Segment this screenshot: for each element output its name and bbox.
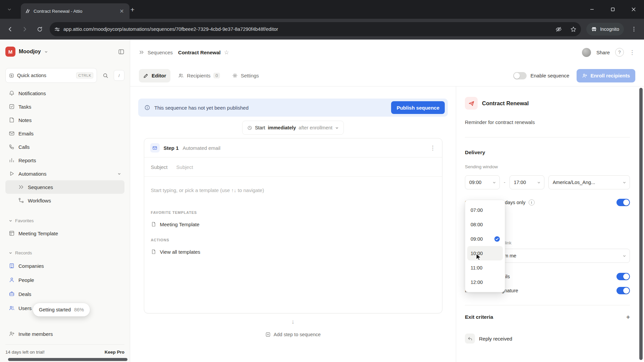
from-time-select[interactable]: 09:00 (465, 175, 500, 189)
minimize-button[interactable] (582, 0, 602, 19)
view-all-templates[interactable]: View all templates (151, 246, 435, 257)
time-option-hovered[interactable]: 10:00 (467, 246, 503, 260)
reload-button[interactable] (33, 22, 46, 36)
to-time-select[interactable]: 17:00 (509, 175, 544, 189)
sidebar-item-workflows[interactable]: Workflows (5, 194, 124, 207)
sidebar-item-label: Meeting Template (18, 231, 121, 236)
site-info-icon[interactable] (54, 26, 60, 32)
horizontal-scrollbar[interactable] (8, 358, 127, 361)
add-step-button[interactable]: Add step to sequence (261, 328, 325, 341)
tabs-bar: Editor Recipients 0 Settings Enable sequ… (130, 65, 644, 86)
sidebar-item-meeting-template[interactable]: Meeting Template (5, 227, 124, 240)
forward-button[interactable] (18, 22, 32, 36)
quick-actions-button[interactable]: Quick actions CTRLK (5, 68, 97, 83)
enable-sequence-toggle[interactable] (513, 72, 527, 79)
sidebar-item-calls[interactable]: Calls (5, 140, 124, 154)
start-tail: after enrollment (299, 125, 332, 130)
share-button[interactable]: Share (596, 50, 610, 55)
tab-search-button[interactable] (4, 4, 15, 15)
more-menu-icon[interactable]: ⋮ (629, 49, 635, 56)
time-option-selected[interactable]: 09:00 (467, 232, 503, 246)
workflow-icon (18, 197, 24, 203)
trial-text: 14 days left on trial! (5, 350, 45, 355)
time-option[interactable]: 11:00 (467, 260, 503, 275)
mail-icon (9, 130, 15, 136)
step-menu-icon[interactable]: ⋮ (430, 144, 436, 152)
sidebar-item-label: Notes (18, 117, 121, 123)
enroll-recipients-button[interactable]: Enroll recipients (577, 69, 635, 82)
help-button[interactable]: ? (615, 48, 624, 57)
time-option[interactable]: 12:00 (467, 275, 503, 289)
favorite-star-icon[interactable]: ☆ (224, 49, 229, 56)
chevron-down-icon (9, 219, 12, 223)
template-item-meeting[interactable]: Meeting Template (151, 219, 435, 230)
email-body-editor[interactable]: Start typing, or pick a template (use ↑↓… (144, 187, 442, 257)
business-days-toggle[interactable] (616, 199, 630, 206)
flow-arrow-icon: ↓ (130, 318, 456, 325)
time-option[interactable]: 07:00 (467, 203, 503, 217)
sidebar-item-label: Sequences (28, 184, 121, 190)
users-icon (9, 305, 15, 311)
timezone-select[interactable]: America/Los_Ang... (548, 175, 630, 189)
info-icon (144, 105, 150, 111)
new-tab-button[interactable]: + (127, 5, 138, 15)
exit-criteria-item[interactable]: Reply received (465, 334, 630, 344)
sidebar-item-reports[interactable]: Reports (5, 154, 124, 167)
browser-tab[interactable]: Contract Renewal - Attio ✕ (21, 3, 129, 19)
tab-close-button[interactable]: ✕ (118, 7, 125, 15)
vertical-scrollbar[interactable] (639, 88, 643, 360)
chart-icon (9, 157, 15, 163)
sequence-title-row: Contract Renewal (465, 97, 630, 110)
breadcrumb[interactable]: Sequences (139, 50, 173, 55)
keep-pro-button[interactable]: Keep Pro (105, 350, 124, 355)
workspace-switcher[interactable]: M Moodjoy (5, 45, 124, 58)
editor-canvas: This sequence has not yet been published… (130, 86, 456, 362)
close-window-button[interactable] (623, 0, 644, 19)
sender-signature-toggle[interactable] (616, 287, 630, 294)
back-button[interactable] (3, 22, 17, 36)
sidebar-section-records[interactable]: Records (5, 247, 124, 259)
eye-off-icon[interactable] (553, 23, 564, 35)
sidebar-item-people[interactable]: People (5, 273, 124, 287)
file-icon (151, 222, 156, 227)
track-emails-toggle[interactable] (616, 273, 630, 280)
bookmark-star-icon[interactable] (568, 23, 579, 35)
start-trigger-pill[interactable]: Start immediately after enrollment (242, 121, 344, 135)
tab-recipients[interactable]: Recipients 0 (174, 69, 224, 82)
url-bar[interactable]: app.attio.com/moodjoycorp/automations/se… (50, 22, 581, 36)
subject-input[interactable]: Subject (176, 164, 193, 170)
start-label: Start (255, 125, 265, 130)
maximize-button[interactable] (602, 0, 623, 19)
invite-members-label: Invite members (18, 331, 121, 337)
body-placeholder[interactable]: Start typing, or pick a template (use ↑↓… (151, 187, 435, 193)
slash-shortcut-key[interactable]: / (114, 70, 124, 81)
publish-sequence-button[interactable]: Publish sequence (391, 101, 445, 114)
sidebar-item-notifications[interactable]: Notifications (5, 86, 124, 100)
sidebar-item-deals[interactable]: Deals (5, 287, 124, 301)
tab-settings[interactable]: Settings (228, 69, 263, 82)
email-step-icon (150, 143, 160, 153)
browser-menu-icon[interactable] (627, 22, 641, 36)
subject-row[interactable]: Subject Subject (144, 158, 442, 177)
sidebar-section-favorites[interactable]: Favorites (5, 215, 124, 227)
tab-editor[interactable]: Editor (139, 69, 170, 82)
sidebar-item-sequences[interactable]: Sequences (5, 180, 124, 194)
time-option[interactable]: 08:00 (467, 217, 503, 232)
url-text[interactable]: app.attio.com/moodjoycorp/automations/se… (63, 26, 549, 32)
sidebar-item-companies[interactable]: Companies (5, 259, 124, 273)
invite-members-button[interactable]: Invite members (5, 327, 124, 341)
sidebar-item-notes[interactable]: Notes (5, 113, 124, 127)
collapse-sidebar-icon[interactable] (118, 49, 124, 55)
people-icon (178, 73, 184, 78)
sidebar-item-emails[interactable]: Emails (5, 127, 124, 140)
add-exit-criteria-icon[interactable]: + (626, 313, 630, 321)
breadcrumb-label[interactable]: Sequences (148, 50, 173, 55)
quick-actions-label: Quick actions (17, 73, 73, 78)
search-button[interactable] (100, 70, 111, 81)
avatar[interactable] (582, 48, 591, 57)
sidebar-item-automations[interactable]: Automations (5, 167, 124, 180)
chevron-down-icon (623, 181, 626, 184)
sidebar-item-tasks[interactable]: Tasks (5, 100, 124, 113)
getting-started-tooltip[interactable]: Getting started 86% (33, 303, 90, 316)
time-option-label: 09:00 (471, 236, 483, 242)
